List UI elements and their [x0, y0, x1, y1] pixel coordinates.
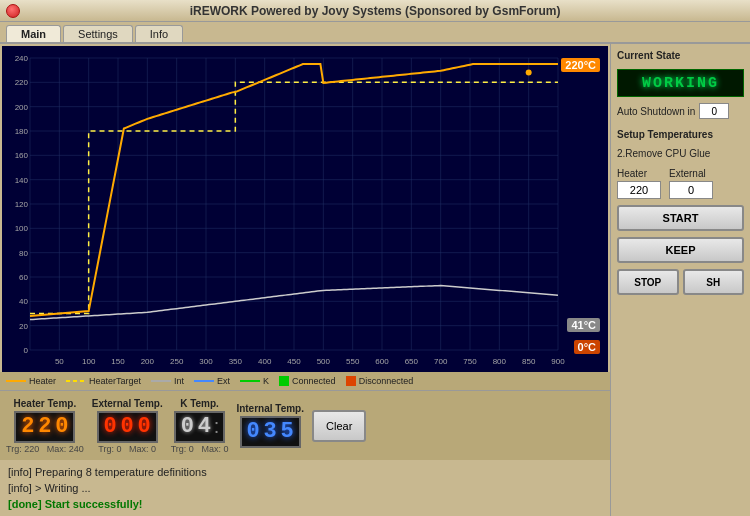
- int-d2: 3: [263, 421, 278, 443]
- badge-220c: 220°C: [561, 58, 600, 72]
- legend-int: Int: [151, 376, 184, 386]
- int-d3: 5: [280, 421, 295, 443]
- heater-temp-display: 2 2 0: [14, 411, 75, 443]
- bottom-buttons: STOP SH: [617, 269, 744, 295]
- heater-legend-line: [6, 380, 26, 382]
- int-d1: 0: [246, 421, 261, 443]
- temperature-chart: [2, 46, 608, 372]
- heater-legend-label: Heater: [29, 376, 56, 386]
- ext-d2: 0: [120, 416, 135, 438]
- legend-bar: Heater HeaterTarget Int Ext K Connected: [0, 372, 610, 390]
- connected-legend-label: Connected: [292, 376, 336, 386]
- k-temp-display: 0 4 :: [174, 411, 226, 443]
- titlebar: iREWORK Powered by Jovy Systems (Sponsor…: [0, 0, 750, 22]
- legend-connected: Connected: [279, 376, 336, 386]
- k-temp-group: K Temp. 0 4 : Trg: 0 Max: 0: [171, 398, 229, 454]
- setup-temps-label: Setup Temperatures: [617, 129, 744, 140]
- main-content: 220°C 41°C 0°C Heater HeaterTarget Int E…: [0, 44, 750, 516]
- start-button[interactable]: START: [617, 205, 744, 231]
- close-button[interactable]: [6, 4, 20, 18]
- badge-0c: 0°C: [574, 340, 600, 354]
- internal-temp-display: 0 3 5: [240, 416, 301, 448]
- heater-input-group: Heater: [617, 168, 661, 199]
- disconnected-legend-label: Disconnected: [359, 376, 414, 386]
- legend-ext: Ext: [194, 376, 230, 386]
- right-panel: Current State WORKING Auto Shutdown in S…: [610, 44, 750, 516]
- auto-shutdown-input[interactable]: [699, 103, 729, 119]
- int-legend-line: [151, 380, 171, 382]
- external-input-label: External: [669, 168, 713, 179]
- heater-d1: 2: [20, 416, 35, 438]
- internal-temp-group: Internal Temp. 0 3 5: [236, 403, 304, 448]
- ext-legend-line: [194, 380, 214, 382]
- heater-input[interactable]: [617, 181, 661, 199]
- left-panel: 220°C 41°C 0°C Heater HeaterTarget Int E…: [0, 44, 610, 516]
- log-area: [info] Preparing 8 temperature definitio…: [0, 460, 610, 516]
- keep-button[interactable]: KEEP: [617, 237, 744, 263]
- int-legend-label: Int: [174, 376, 184, 386]
- ext-d3: 0: [137, 416, 152, 438]
- heater-temp-label: Heater Temp.: [14, 398, 77, 409]
- tab-info[interactable]: Info: [135, 25, 183, 42]
- external-temp-group: External Temp. 0 0 0 Trg: 0 Max: 0: [92, 398, 163, 454]
- stop-button[interactable]: STOP: [617, 269, 679, 295]
- tab-bar: Main Settings Info: [0, 22, 750, 44]
- heater-d2: 2: [37, 416, 52, 438]
- disconnected-legend-box: [346, 376, 356, 386]
- k-legend-line: [240, 380, 260, 382]
- log-line-3: [done] Start successfully!: [8, 496, 602, 512]
- k-d2: 4: [197, 416, 212, 438]
- k-legend-label: K: [263, 376, 269, 386]
- k-temp-label: K Temp.: [180, 398, 219, 409]
- current-state-label: Current State: [617, 50, 744, 61]
- window-title: iREWORK Powered by Jovy Systems (Sponsor…: [190, 4, 561, 18]
- legend-heater-target: HeaterTarget: [66, 376, 141, 386]
- legend-k: K: [240, 376, 269, 386]
- heater-d3: 0: [54, 416, 69, 438]
- external-trg: Trg: 0 Max: 0: [98, 444, 156, 454]
- external-temp-display: 0 0 0: [97, 411, 158, 443]
- auto-shutdown-row: Auto Shutdown in: [617, 103, 744, 119]
- ext-d1: 0: [103, 416, 118, 438]
- setup-name: 2.Remove CPU Glue: [617, 148, 744, 159]
- external-input-group: External: [669, 168, 713, 199]
- ext-legend-label: Ext: [217, 376, 230, 386]
- badge-41c: 41°C: [567, 318, 600, 332]
- tab-settings[interactable]: Settings: [63, 25, 133, 42]
- heater-trg: Trg: 220 Max: 240: [6, 444, 84, 454]
- external-temp-label: External Temp.: [92, 398, 163, 409]
- heater-input-label: Heater: [617, 168, 661, 179]
- chart-container: 220°C 41°C 0°C: [2, 46, 608, 372]
- clear-button[interactable]: Clear: [312, 410, 366, 442]
- log-line-2: [info] > Writing ...: [8, 480, 602, 496]
- heater-ext-row: Heater External: [617, 168, 744, 199]
- sh-button[interactable]: SH: [683, 269, 745, 295]
- tab-main[interactable]: Main: [6, 25, 61, 42]
- legend-heater: Heater: [6, 376, 56, 386]
- working-display: WORKING: [617, 69, 744, 97]
- temp-display-bar: Heater Temp. 2 2 0 Trg: 220 Max: 240 Ext…: [0, 390, 610, 460]
- connected-legend-box: [279, 376, 289, 386]
- external-input[interactable]: [669, 181, 713, 199]
- log-line-1: [info] Preparing 8 temperature definitio…: [8, 464, 602, 480]
- internal-temp-label: Internal Temp.: [236, 403, 304, 414]
- heater-temp-group: Heater Temp. 2 2 0 Trg: 220 Max: 240: [6, 398, 84, 454]
- heater-target-legend-line: [66, 380, 86, 382]
- k-d1: 0: [180, 416, 195, 438]
- legend-disconnected: Disconnected: [346, 376, 414, 386]
- k-trg: Trg: 0 Max: 0: [171, 444, 229, 454]
- auto-shutdown-label: Auto Shutdown in: [617, 106, 695, 117]
- heater-target-legend-label: HeaterTarget: [89, 376, 141, 386]
- k-colon: :: [214, 415, 220, 438]
